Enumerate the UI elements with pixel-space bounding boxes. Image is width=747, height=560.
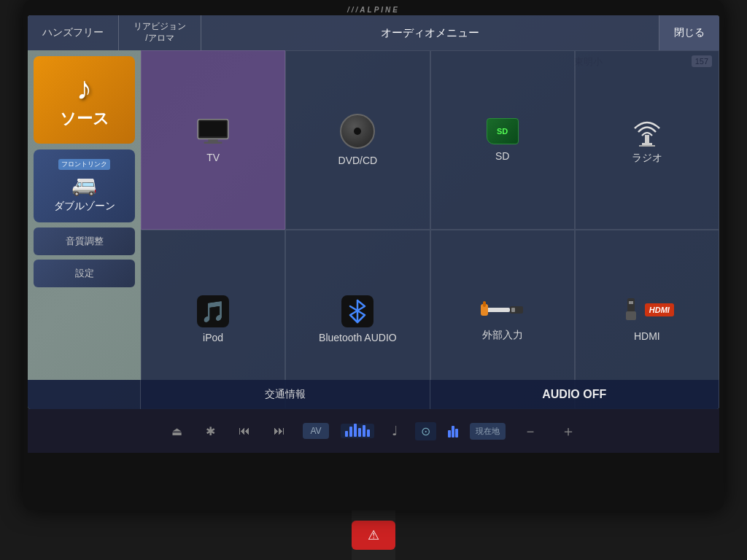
bar-4 [358,428,361,437]
next-button[interactable]: ⏭ [268,421,291,440]
tv-icon [195,117,231,146]
sd-icon: SD [487,118,519,144]
circle-icon: ⊙ [421,424,430,438]
sd-text: SD [497,127,508,136]
dvd-hole [354,128,361,135]
svg-rect-2 [208,139,217,141]
nav-circle-button[interactable]: ⊙ [415,422,436,440]
prev-button[interactable]: ⏮ [233,421,256,440]
svg-rect-6 [639,145,655,147]
nav-hands-free[interactable]: ハンズフリー [28,15,119,50]
dvd-icon [340,114,375,149]
bluetooth-icon [341,295,374,327]
bar-2 [349,427,352,437]
av-button[interactable]: AV [303,423,328,439]
bar-1 [345,431,348,437]
dvdcd-label: DVD/CD [338,155,378,166]
usb-icon [620,297,642,323]
source-indicator [28,380,141,409]
tv-label: TV [206,152,220,163]
front-link-badge: フロントリンク [58,159,110,170]
radio-tower-icon [629,115,665,147]
volume-down-button[interactable]: － [517,420,543,443]
radio-label: ラジオ [632,152,662,165]
double-zone-label: ダブルゾーン [54,200,115,213]
bluetooth-label: Bluetooth AUDIO [319,332,397,343]
hdmi-label: HDMI [634,330,660,342]
hazard-button[interactable]: ⚠ [352,521,395,550]
svg-rect-7 [484,308,510,312]
bar-3 [354,424,357,437]
hazard-icon: ⚠ [368,527,379,543]
nav-audio-menu[interactable]: オーディオメニュー [201,15,659,50]
eject-button[interactable]: ⏏ [166,421,188,441]
audio-bars-2 [448,424,458,438]
main-screen: ハンズフリー リアビジョン /アロマ オーディオメニュー 閉じる 東明小 157… [28,15,719,409]
bottom-info-bar: 交通情報 AUDIO OFF [28,380,719,409]
sd-label: SD [495,150,509,162]
media-grid: TV DVD/CD SD SD [141,50,719,409]
bottom-sections: 交通情報 AUDIO OFF [141,380,719,409]
double-zone-button[interactable]: フロントリンク 🚐 ダブルゾーン [34,149,135,222]
av-cable-svg [481,297,525,323]
svg-rect-14 [629,301,633,304]
hdmi-label-box: HDMI [645,303,674,316]
audio-adjust-button[interactable]: 音質調整 [34,228,135,255]
svg-rect-3 [204,142,222,144]
ipod-label: iPod [203,332,223,343]
svg-rect-11 [511,308,515,312]
dashboard-area: ⚠ [352,510,395,560]
music-note-ctrl[interactable]: ♩ [386,420,403,442]
external-input-icon [481,297,525,323]
svg-rect-1 [200,121,227,136]
car-icon: 🚐 [71,173,97,197]
audio-visualizer [341,424,374,438]
top-navigation: ハンズフリー リアビジョン /アロマ オーディオメニュー 閉じる [28,15,719,50]
left-sidebar: ♪ ソース フロントリンク 🚐 ダブルゾーン 音質調整 設定 [28,50,141,409]
bar-6 [367,429,370,437]
grid-cell-sd[interactable]: SD SD [430,50,575,230]
ipod-icon: 🎵 [197,295,229,327]
asterisk-button[interactable]: ✱ [200,421,221,441]
audio-off-section[interactable]: AUDIO OFF [430,380,720,409]
grid-cell-radio[interactable]: ラジオ [575,50,719,230]
current-location-button[interactable]: 現在地 [470,423,506,440]
music-note-icon: ♪ [77,70,93,106]
hdmi-icon: HDMI [620,297,674,323]
traffic-info-section[interactable]: 交通情報 [141,380,430,409]
volume-up-button[interactable]: ＋ [555,420,581,443]
device-body: ///ALPINE ハンズフリー リアビジョン /アロマ オーディオメニュー 閉… [23,0,724,510]
bar-5 [363,425,365,437]
external-label: 外部入力 [482,329,523,342]
settings-button[interactable]: 設定 [34,260,135,287]
nav-rear-vision[interactable]: リアビジョン /アロマ [119,15,201,50]
grid-row-1: TV DVD/CD SD SD [141,50,719,230]
svg-rect-12 [627,298,635,313]
source-label: ソース [60,108,109,130]
grid-cell-tv[interactable]: TV [141,50,285,230]
grid-cell-dvdcd[interactable]: DVD/CD [285,50,430,230]
svg-rect-9 [483,301,486,307]
control-bar: ⏏ ✱ ⏮ ⏭ AV ♩ ⊙ 現在地 － ＋ [28,409,719,453]
svg-rect-13 [626,311,636,320]
source-button[interactable]: ♪ ソース [34,56,135,144]
brand-logo: ///ALPINE [28,4,719,15]
svg-rect-5 [642,143,652,145]
content-area: ♪ ソース フロントリンク 🚐 ダブルゾーン 音質調整 設定 [28,50,719,409]
nav-close-button[interactable]: 閉じる [659,15,719,50]
